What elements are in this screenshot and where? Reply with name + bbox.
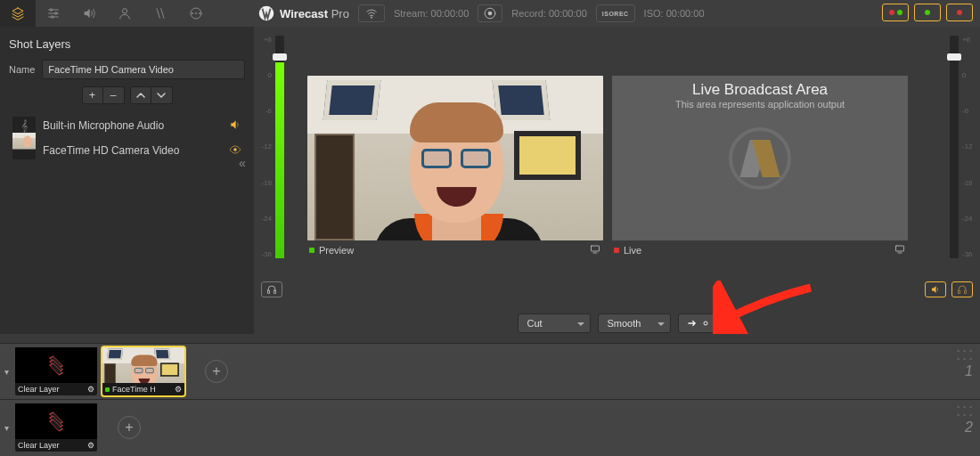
iso-button[interactable]: ISOREC (596, 4, 635, 22)
live-headphones-button[interactable] (951, 281, 973, 297)
shot-rows: ▾ Clear Layer⚙ FaceTime H⚙ + • • •• • • … (0, 343, 980, 456)
layer-label: Built-in Microphone Audio (43, 119, 164, 132)
tab-properties[interactable] (36, 0, 71, 27)
svg-rect-17 (959, 290, 960, 294)
app-logo-icon (258, 5, 274, 21)
monitor-icon[interactable] (894, 244, 906, 256)
svg-point-9 (371, 17, 372, 19)
svg-point-4 (192, 12, 193, 14)
transition-bar: Cut Smooth (254, 303, 980, 343)
live-audio-meter: +60-6-12-18-24-36 (948, 36, 971, 258)
live-speaker-button[interactable] (925, 281, 946, 297)
smooth-select[interactable]: Smooth (598, 314, 671, 333)
stream-label: Stream: 00:00:00 (394, 8, 469, 19)
preview-label: Preview (319, 245, 354, 256)
record-button[interactable] (478, 4, 502, 22)
meter-fader[interactable] (273, 53, 287, 61)
add-shot-button[interactable]: + (118, 416, 141, 439)
add-layer-button[interactable]: + (82, 86, 103, 104)
svg-point-3 (122, 9, 127, 13)
layer-item-camera[interactable]: FaceTime HD Camera Video (9, 138, 245, 163)
svg-rect-15 (592, 246, 600, 251)
tab-chroma[interactable] (143, 0, 178, 27)
top-bar: Wirecast Pro Stream: 00:00:00 Record: 00… (0, 0, 980, 27)
remove-layer-button[interactable]: – (103, 86, 125, 104)
tab-layers[interactable] (0, 0, 36, 27)
panel-title: Shot Layers (9, 37, 245, 51)
gear-icon[interactable]: ⚙ (175, 385, 182, 394)
svg-point-5 (195, 12, 197, 14)
camera-thumb-icon (12, 142, 36, 159)
svg-rect-16 (896, 246, 904, 251)
svg-point-19 (704, 322, 707, 325)
move-down-button[interactable] (151, 86, 173, 104)
live-heading: Live Broadcast Area (692, 81, 828, 99)
record-label: Record: 00:00:00 (511, 8, 586, 19)
layers-x-icon (46, 413, 66, 429)
tab-audio[interactable] (71, 0, 107, 27)
svg-rect-18 (965, 290, 967, 294)
live-label: Live (624, 245, 641, 256)
webcam-feed (307, 76, 603, 240)
move-up-button[interactable] (130, 86, 151, 104)
row-handle-icon[interactable]: • • •• • • (957, 403, 973, 419)
shot-row-1: ▾ Clear Layer⚙ FaceTime H⚙ + • • •• • • … (0, 343, 980, 399)
top-status: Wirecast Pro Stream: 00:00:00 Record: 00… (258, 0, 705, 27)
output-indicator-1[interactable] (882, 4, 909, 21)
gear-icon[interactable]: ⚙ (87, 441, 94, 450)
preview-audio-meter: +60-6-12-18-24-36 (263, 36, 286, 258)
tab-person[interactable] (107, 0, 143, 27)
speaker-icon[interactable] (229, 118, 241, 134)
svg-rect-14 (274, 290, 276, 294)
gear-icon[interactable]: ⚙ (87, 385, 94, 394)
go-button[interactable] (678, 314, 717, 333)
stage: +60-6-12-18-24-36 +60-6-12-18-24-36 (254, 27, 980, 303)
shot-name-input[interactable] (42, 60, 245, 79)
monitor-icon[interactable] (589, 244, 601, 256)
live-pane: Live Broadcast Area This area represents… (612, 76, 908, 260)
meter-ticks: +60-6-12-18-24-36 (263, 36, 272, 258)
row-number: 2 (965, 419, 973, 436)
meter-fader[interactable] (947, 53, 961, 61)
preview-pane: Preview (307, 76, 603, 260)
tab-more[interactable] (178, 0, 214, 27)
svg-point-12 (233, 148, 237, 151)
cut-select[interactable]: Cut (518, 314, 591, 333)
preview-headphones-button[interactable] (261, 281, 282, 297)
treble-clef-icon: 𝄞 (12, 117, 36, 134)
inspector-tabs (0, 0, 214, 27)
app-title: Wirecast Pro (258, 5, 349, 21)
layer-label: FaceTime HD Camera Video (43, 144, 179, 157)
meter-ticks: +60-6-12-18-24-36 (962, 36, 971, 258)
layers-x-icon (46, 357, 66, 373)
row-handle-icon[interactable]: • • •• • • (957, 346, 973, 362)
live-subtext: This area represents application output (675, 99, 845, 110)
output-indicator-3[interactable] (946, 4, 973, 21)
preview-view[interactable] (307, 76, 603, 240)
svg-point-11 (488, 12, 493, 16)
row-number: 1 (965, 363, 973, 379)
output-indicators (882, 4, 973, 21)
layer-item-audio[interactable]: 𝄞 Built-in Microphone Audio (9, 113, 245, 138)
svg-point-6 (199, 12, 200, 14)
shot-facetime-camera[interactable]: FaceTime H⚙ (102, 347, 184, 395)
shot-clear-layer[interactable]: Clear Layer⚙ (15, 403, 97, 452)
shot-layers-panel: Shot Layers Name + – 𝄞 Built-in Micropho… (0, 27, 254, 334)
svg-rect-13 (268, 290, 270, 294)
live-view[interactable]: Live Broadcast Area This area represents… (612, 76, 908, 240)
name-label: Name (9, 64, 35, 75)
row-collapse-button[interactable]: ▾ (0, 367, 12, 377)
collapse-panel-button[interactable]: « (239, 156, 246, 170)
stream-button[interactable] (358, 4, 385, 22)
wirecast-logo-icon (729, 127, 791, 190)
shot-row-2: ▾ Clear Layer⚙ + • • •• • • 2 (0, 399, 980, 455)
shot-clear-layer[interactable]: Clear Layer⚙ (15, 347, 97, 395)
iso-label: ISO: 00:00:00 (644, 8, 705, 19)
row-collapse-button[interactable]: ▾ (0, 423, 12, 433)
output-indicator-2[interactable] (914, 4, 941, 21)
add-shot-button[interactable]: + (205, 360, 228, 383)
